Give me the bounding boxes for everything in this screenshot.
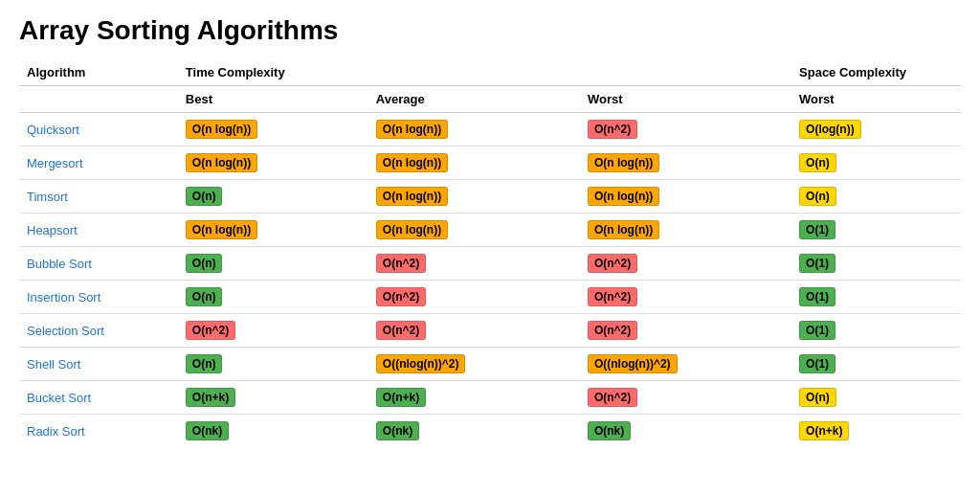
badge-worst: O(n^2) [588, 254, 637, 273]
algorithm-link[interactable]: Insertion Sort [27, 290, 100, 304]
badge-best: O(n+k) [186, 388, 235, 407]
algorithm-link[interactable]: Shell Sort [27, 357, 80, 372]
badge-best: O(n log(n)) [186, 120, 257, 139]
badge-best: O(n log(n)) [186, 153, 257, 172]
badge-average: O(n^2) [376, 254, 426, 273]
table-row: QuicksortO(n log(n))O(n log(n))O(n^2)O(l… [19, 113, 961, 147]
header-time-complexity: Time Complexity [178, 59, 791, 86]
badge-space: O(1) [799, 287, 835, 306]
table-row: Selection SortO(n^2)O(n^2)O(n^2)O(1) [19, 314, 961, 348]
subheader-algo [19, 86, 178, 113]
badge-best: O(nk) [186, 421, 229, 440]
badge-average: O(n log(n)) [376, 153, 448, 172]
subheader-space-worst: Worst [791, 86, 961, 113]
badge-best: O(n) [186, 254, 223, 273]
table-row: Radix SortO(nk)O(nk)O(nk)O(n+k) [19, 415, 961, 448]
badge-worst: O(n log(n)) [588, 187, 659, 206]
badge-worst: O(nk) [588, 421, 631, 440]
table-row: Bubble SortO(n)O(n^2)O(n^2)O(1) [19, 247, 961, 281]
header-algorithm: Algorithm [19, 59, 178, 86]
algorithm-link[interactable]: Quicksort [27, 123, 79, 137]
badge-average: O(n log(n)) [376, 187, 448, 206]
badge-average: O(n+k) [376, 388, 426, 407]
badge-best: O(n log(n)) [186, 220, 257, 239]
badge-average: O(n^2) [376, 321, 426, 340]
table-row: Insertion SortO(n)O(n^2)O(n^2)O(1) [19, 281, 961, 314]
table-row: Shell SortO(n)O((nlog(n))^2)O((nlog(n))^… [19, 348, 961, 381]
badge-average: O(n^2) [376, 287, 426, 306]
badge-space: O(1) [799, 321, 835, 340]
badge-best: O(n) [186, 287, 223, 306]
header-space-complexity: Space Complexity [791, 59, 961, 86]
algorithm-link[interactable]: Heapsort [27, 223, 78, 237]
algorithm-link[interactable]: Radix Sort [27, 424, 85, 439]
badge-average: O(nk) [376, 421, 419, 440]
subheader-best: Best [178, 86, 368, 113]
subheader-worst: Worst [580, 86, 791, 113]
badge-average: O(n log(n)) [376, 220, 448, 239]
badge-space: O(log(n)) [799, 120, 861, 139]
table-row: TimsortO(n)O(n log(n))O(n log(n))O(n) [19, 180, 961, 214]
badge-worst: O(n log(n)) [588, 220, 659, 239]
badge-worst: O(n^2) [588, 120, 637, 139]
badge-worst: O(n^2) [588, 287, 637, 306]
badge-space: O(n) [799, 187, 836, 206]
badge-worst: O((nlog(n))^2) [588, 354, 678, 373]
badge-worst: O(n^2) [588, 388, 637, 407]
badge-worst: O(n^2) [588, 321, 637, 340]
badge-average: O((nlog(n))^2) [376, 354, 466, 373]
badge-best: O(n) [186, 354, 223, 373]
page-title: Array Sorting Algorithms [19, 15, 961, 46]
badge-worst: O(n log(n)) [588, 153, 659, 172]
badge-space: O(n) [799, 153, 836, 172]
subheader-average: Average [368, 86, 580, 113]
table-row: HeapsortO(n log(n))O(n log(n))O(n log(n)… [19, 214, 961, 247]
algorithm-link[interactable]: Bucket Sort [27, 391, 91, 405]
badge-space: O(n+k) [799, 421, 849, 440]
algorithm-link[interactable]: Timsort [27, 190, 68, 204]
badge-space: O(n) [799, 388, 836, 407]
badge-space: O(1) [799, 354, 835, 373]
sorting-table: Algorithm Time Complexity Space Complexi… [19, 59, 961, 447]
badge-space: O(1) [799, 220, 835, 239]
algorithm-link[interactable]: Mergesort [27, 156, 83, 170]
algorithm-link[interactable]: Bubble Sort [27, 257, 92, 271]
badge-best: O(n) [186, 187, 223, 206]
badge-best: O(n^2) [186, 321, 235, 340]
algorithm-link[interactable]: Selection Sort [27, 324, 104, 338]
badge-space: O(1) [799, 254, 835, 273]
table-row: Bucket SortO(n+k)O(n+k)O(n^2)O(n) [19, 381, 961, 415]
table-row: MergesortO(n log(n))O(n log(n))O(n log(n… [19, 147, 961, 180]
badge-average: O(n log(n)) [376, 120, 448, 139]
